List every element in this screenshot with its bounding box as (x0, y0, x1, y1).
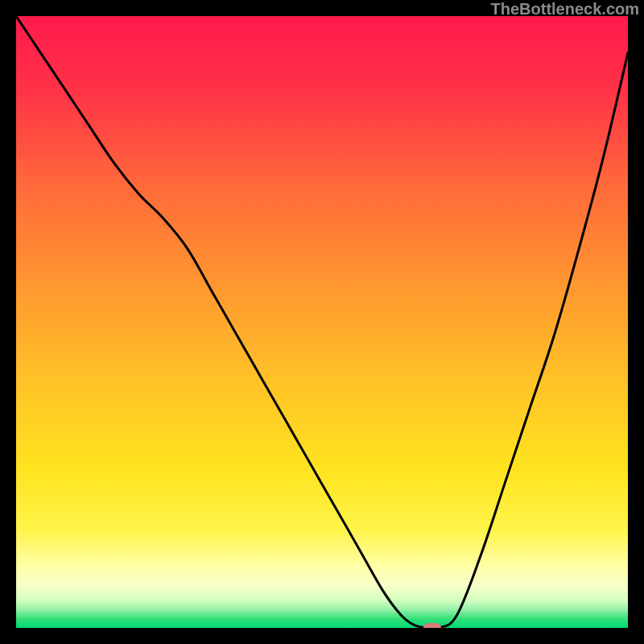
watermark: TheBottleneck.com (491, 0, 639, 19)
bottleneck-curve (16, 16, 628, 628)
optimal-point-marker (423, 623, 441, 628)
plot-area (16, 16, 628, 628)
chart-frame: TheBottleneck.com (0, 0, 644, 644)
